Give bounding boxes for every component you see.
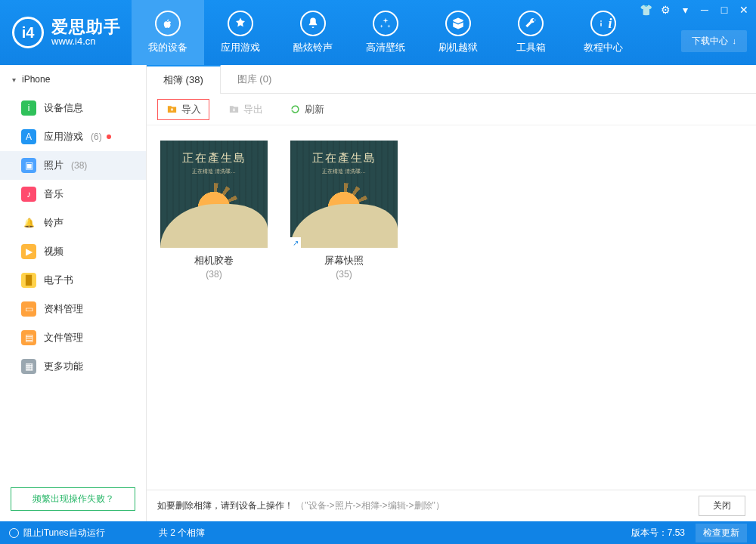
album-item[interactable]: 正在產生島 正在構造 清洗碟… 相机胶卷 (38) [160, 141, 268, 280]
thumb-title: 正在產生島 [290, 151, 398, 165]
close-button[interactable]: 关闭 [699, 496, 745, 516]
shirt-icon[interactable]: 👕 [638, 3, 653, 17]
sidebar-item-count: (38) [71, 160, 87, 171]
album-count: (35) [290, 269, 398, 280]
window-controls: 👕 ⚙ ▾ ─ □ ✕ [638, 3, 751, 17]
import-button[interactable]: 导入 [157, 99, 209, 120]
shortcut-icon: ↗ [290, 237, 301, 248]
appstore-icon [228, 11, 253, 36]
content-area: 相簿 (38) 图库 (0) 导入 导出 刷新 正在產生島 正在構 [147, 65, 756, 521]
nav-wallpapers[interactable]: 高清壁纸 [349, 0, 422, 65]
sidebar-item-apps[interactable]: A 应用游戏 (6) [0, 122, 146, 151]
nav-ringtones[interactable]: 酷炫铃声 [277, 0, 349, 65]
bell-icon: 🔔 [21, 215, 36, 230]
sidebar-item-ebooks[interactable]: ▉ 电子书 [0, 266, 146, 295]
nav-label: 应用游戏 [221, 41, 260, 54]
logo-icon: i4 [12, 17, 44, 48]
version-label: 版本号： [631, 527, 668, 538]
grid-icon: ▦ [21, 359, 36, 374]
nav-label: 刷机越狱 [438, 41, 478, 54]
wrench-icon [518, 11, 544, 36]
sparkle-icon [373, 11, 398, 36]
app-logo: i4 爱思助手 www.i4.cn [0, 0, 132, 65]
sidebar-item-label: 电子书 [44, 274, 73, 287]
sidebar-item-label: 资料管理 [44, 302, 83, 316]
nav-label: 工具箱 [516, 41, 546, 54]
sidebar-item-data[interactable]: ▭ 资料管理 [0, 295, 146, 323]
nav-label: 高清壁纸 [366, 41, 405, 54]
download-center-button[interactable]: 下载中心 [681, 30, 748, 52]
minimize-icon[interactable]: ─ [697, 3, 712, 17]
album-name: 屏幕快照 [290, 254, 398, 267]
album-item[interactable]: 正在產生島 正在構造 清洗碟… ↗ 屏幕快照 (35) [290, 141, 398, 280]
sidebar-item-device-info[interactable]: i 设备信息 [0, 94, 146, 122]
photo-icon: ▣ [21, 158, 36, 173]
maximize-icon[interactable]: □ [717, 3, 732, 17]
import-icon [166, 104, 178, 116]
nav-toolbox[interactable]: 工具箱 [494, 0, 567, 65]
music-icon: ♪ [21, 187, 36, 202]
sidebar: ▾ iPhone i 设备信息 A 应用游戏 (6) ▣ 照片 (38) ♪ 音… [0, 65, 147, 521]
sidebar-item-label: 音乐 [44, 187, 64, 201]
nav-jailbreak[interactable]: 刷机越狱 [422, 0, 494, 65]
menu-icon[interactable]: ▾ [677, 3, 692, 17]
sidebar-item-ringtones[interactable]: 🔔 铃声 [0, 209, 146, 237]
gear-icon[interactable]: ⚙ [658, 3, 673, 17]
apple-icon [155, 11, 181, 36]
sidebar-item-files[interactable]: ▤ 文件管理 [0, 323, 146, 352]
sidebar-item-label: 铃声 [44, 216, 64, 230]
refresh-button[interactable]: 刷新 [281, 100, 332, 119]
hint-bar: 如要删除相簿，请到设备上操作！ （"设备->照片->相簿->编辑->删除"） 关… [147, 490, 756, 521]
nav-label: 酷炫铃声 [293, 41, 333, 54]
sidebar-item-videos[interactable]: ▶ 视频 [0, 237, 146, 266]
device-name: iPhone [22, 74, 50, 85]
status-bar: 阻止iTunes自动运行 共 2 个相簿 版本号：7.53 检查更新 [0, 521, 756, 544]
thumb-title: 正在產生島 [160, 151, 268, 165]
sidebar-item-label: 应用游戏 [44, 130, 83, 144]
app-url: www.i4.cn [51, 36, 121, 47]
status-summary: 共 2 个相簿 [147, 527, 631, 539]
sidebar-item-label: 文件管理 [44, 331, 83, 345]
content-tabs: 相簿 (38) 图库 (0) [147, 65, 756, 94]
contact-icon: ▭ [21, 301, 36, 317]
nav-label: 教程中心 [584, 41, 623, 54]
video-icon: ▶ [21, 244, 36, 259]
file-icon: ▤ [21, 330, 36, 345]
export-label: 导出 [243, 103, 263, 116]
version-number: 7.53 [668, 527, 685, 538]
album-thumbnail: 正在產生島 正在構造 清洗碟… [160, 141, 268, 248]
import-label: 导入 [181, 103, 201, 116]
itunes-toggle[interactable]: 阻止iTunes自动运行 [9, 527, 147, 539]
close-icon[interactable]: ✕ [736, 3, 751, 17]
sidebar-item-more[interactable]: ▦ 更多功能 [0, 352, 146, 381]
nav-apps[interactable]: 应用游戏 [204, 0, 277, 65]
refresh-icon [289, 104, 301, 116]
album-name: 相机胶卷 [160, 254, 268, 267]
main-nav: 我的设备 应用游戏 酷炫铃声 高清壁纸 刷机越狱 工具箱 i 教程中心 [132, 0, 640, 65]
nav-tutorials[interactable]: i 教程中心 [567, 0, 640, 65]
thumb-subtitle: 正在構造 清洗碟… [290, 168, 398, 175]
nav-my-device[interactable]: 我的设备 [132, 0, 204, 65]
hint-path: （"设备->照片->相簿->编辑->删除"） [296, 500, 445, 511]
info-icon: i [590, 11, 616, 36]
app-title: 爱思助手 [51, 18, 121, 36]
sidebar-item-label: 视频 [44, 245, 64, 258]
device-header[interactable]: ▾ iPhone [0, 65, 146, 94]
tab-albums[interactable]: 相簿 (38) [147, 65, 221, 94]
export-icon [228, 104, 240, 116]
album-thumbnail: 正在產生島 正在構造 清洗碟… ↗ [290, 141, 398, 248]
nav-label: 我的设备 [148, 41, 187, 54]
refresh-label: 刷新 [305, 103, 324, 116]
help-link[interactable]: 频繁出现操作失败？ [11, 487, 135, 511]
box-icon [445, 11, 471, 36]
circle-icon [9, 528, 19, 538]
hint-text: 如要删除相簿，请到设备上操作！ [157, 500, 293, 511]
check-update-button[interactable]: 检查更新 [696, 524, 747, 542]
sidebar-item-label: 设备信息 [44, 101, 83, 115]
info-icon: i [21, 100, 36, 116]
sidebar-item-photos[interactable]: ▣ 照片 (38) [0, 151, 146, 180]
appstore-icon: A [21, 129, 36, 144]
tab-library[interactable]: 图库 (0) [221, 65, 289, 93]
chevron-down-icon: ▾ [12, 76, 16, 84]
sidebar-item-music[interactable]: ♪ 音乐 [0, 180, 146, 209]
